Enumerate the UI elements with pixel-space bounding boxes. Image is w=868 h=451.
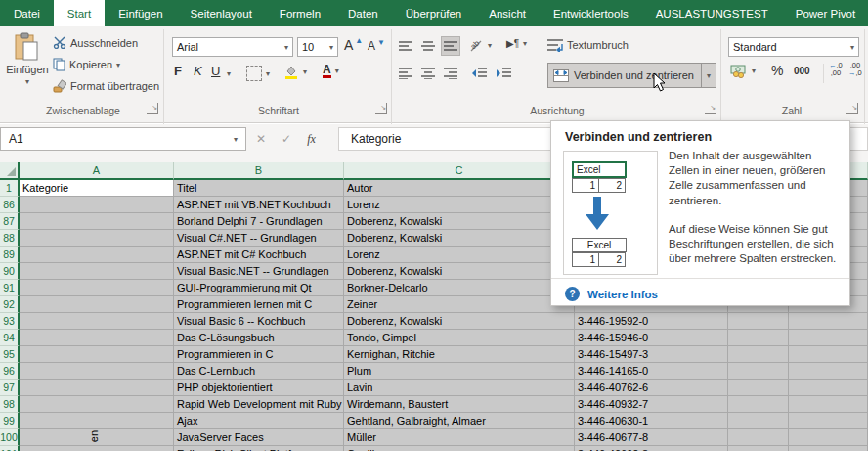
row-header[interactable]: 100 [0, 429, 20, 446]
font-size-select[interactable]: 10 ▾ [297, 37, 338, 57]
cell-C98[interactable]: Wirdemann, Baustert [344, 396, 575, 413]
more-info-link[interactable]: Weitere Infos [587, 289, 658, 300]
row-header[interactable]: 98 [0, 396, 20, 413]
cell-C97[interactable]: Lavin [344, 380, 575, 396]
cell-F97[interactable] [789, 380, 868, 396]
row-header[interactable]: 89 [0, 247, 20, 263]
column-header-A[interactable]: A [20, 162, 174, 180]
cell-D98[interactable]: 3-446-40932-7 [575, 396, 728, 413]
cell-F98[interactable] [789, 396, 868, 413]
align-bottom-button[interactable] [441, 36, 460, 56]
merge-center-button[interactable]: Verbinden und zentrieren [547, 63, 702, 88]
column-header-B[interactable]: B [174, 162, 344, 180]
currency-format-button[interactable]: ▾ [730, 64, 756, 78]
cell-C86[interactable]: Lorenz [344, 197, 575, 213]
row-header[interactable]: 91 [0, 280, 20, 296]
cell-D96[interactable]: 3-446-14165-0 [575, 363, 728, 380]
tab-ansicht[interactable]: Ansicht [475, 0, 540, 26]
cell-A97[interactable] [20, 380, 174, 396]
row-header[interactable]: 92 [0, 296, 20, 313]
increase-indent-button[interactable] [494, 64, 513, 83]
cell-F100[interactable] [789, 429, 868, 446]
row-header[interactable]: 97 [0, 380, 20, 396]
underline-button[interactable]: U [211, 64, 220, 78]
cell-B91[interactable]: GUI-Programmierung mit Qt [174, 280, 344, 296]
row-header[interactable]: 1 [0, 180, 20, 197]
cell-C93[interactable]: Doberenz, Kowalski [344, 313, 575, 330]
cell-E95[interactable] [728, 346, 789, 363]
tab-seitenlayout[interactable]: Seitenlayout [177, 0, 266, 26]
paste-button[interactable]: Einfügen ▾ [6, 32, 49, 86]
cell-B90[interactable]: Visual Basic.NET -- Grundlagen [174, 263, 344, 280]
select-all-corner[interactable] [0, 162, 20, 180]
insert-function-button[interactable]: fx [307, 132, 316, 147]
percent-style-button[interactable]: % [771, 63, 783, 78]
row-header[interactable]: 101 [0, 446, 20, 451]
cell-D93[interactable]: 3-446-19592-0 [575, 313, 728, 330]
font-name-select[interactable]: Arial ▾ [172, 37, 293, 57]
cell-E101[interactable] [728, 446, 789, 451]
cell-B97[interactable]: PHP objektorientiert [174, 380, 344, 396]
cell-E97[interactable] [728, 380, 789, 396]
name-box[interactable]: A1 ▾ [0, 127, 246, 151]
merge-center-dropdown[interactable]: ▾ [701, 63, 716, 88]
column-header-C[interactable]: C [344, 162, 575, 180]
align-right-button[interactable] [441, 64, 460, 83]
cell-D99[interactable]: 3-446-40630-1 [575, 413, 728, 429]
row-header[interactable]: 94 [0, 330, 20, 346]
cell-A96[interactable] [20, 363, 174, 380]
fill-color-button[interactable]: ▾ [283, 64, 307, 79]
cell-B87[interactable]: Borland Delphi 7 - Grundlagen [174, 213, 344, 230]
cell-A95[interactable] [20, 346, 174, 363]
cell-C88[interactable]: Doberenz, Kowalski [344, 230, 575, 247]
cell-C89[interactable]: Lorenz [344, 247, 575, 263]
cell-E99[interactable] [728, 413, 789, 429]
underline-dropdown[interactable]: ▾ [227, 69, 231, 78]
cell-C99[interactable]: Gehtland, Galbraight, Almaer [344, 413, 575, 429]
cell-E94[interactable] [728, 330, 789, 346]
tab-einfügen[interactable]: Einfügen [105, 0, 176, 26]
cell-B101[interactable]: Eclipse Rich Client Platform [174, 446, 344, 451]
cell-C96[interactable]: Plum [344, 363, 575, 380]
borders-button[interactable]: ▾ [246, 66, 270, 81]
align-left-button[interactable] [396, 64, 415, 83]
cell-E100[interactable] [728, 429, 789, 446]
tab-datei[interactable]: Datei [0, 0, 54, 26]
cell-A91[interactable] [20, 280, 174, 296]
cell-B93[interactable]: Visual Basic 6 -- Kochbuch [174, 313, 344, 330]
decrease-indent-button[interactable] [469, 64, 489, 83]
cancel-button[interactable]: ✕ [256, 132, 266, 146]
shrink-font-button[interactable]: A▼ [368, 39, 385, 53]
number-dialog-launcher[interactable]: ↘ [846, 103, 858, 114]
cell-D101[interactable]: 3-446-40692-8 [575, 446, 728, 451]
wrap-text-button[interactable]: Textumbruch [547, 38, 629, 52]
cell-C1[interactable]: Autor [344, 180, 575, 197]
cell-A86[interactable] [20, 197, 174, 213]
cell-B88[interactable]: Visual C#.NET -- Grundlagen [174, 230, 344, 247]
cell-E93[interactable] [728, 313, 789, 330]
cell-A98[interactable] [20, 396, 174, 413]
cell-C91[interactable]: Borkner-Delcarlo [344, 280, 575, 296]
italic-button[interactable]: K [194, 64, 202, 78]
cell-A89[interactable] [20, 247, 174, 263]
cell-B89[interactable]: ASP.NET mit C# Kochbuch [174, 247, 344, 263]
cell-B92[interactable]: Programmieren lernen mit C [174, 296, 344, 313]
cell-C92[interactable]: Zeiner [344, 296, 575, 313]
increase-decimal-button[interactable]: ←,0,00 [829, 62, 843, 77]
row-header[interactable]: 95 [0, 346, 20, 363]
row-header[interactable]: 88 [0, 230, 20, 247]
row-header[interactable]: 93 [0, 313, 20, 330]
cell-A92[interactable] [20, 296, 174, 313]
align-middle-button[interactable] [418, 36, 438, 56]
row-header[interactable]: 87 [0, 213, 20, 230]
align-top-button[interactable] [396, 36, 415, 56]
cut-button[interactable]: Ausschneiden [53, 36, 138, 49]
grow-font-button[interactable]: A▲ [344, 37, 363, 53]
cell-C95[interactable]: Kernighan, Ritchie [344, 346, 575, 363]
align-center-button[interactable] [418, 64, 438, 83]
cell-D100[interactable]: 3-446-40677-8 [575, 429, 728, 446]
row-header[interactable]: 96 [0, 363, 20, 380]
number-format-select[interactable]: Standard ▾ [728, 37, 859, 57]
cell-A90[interactable] [20, 263, 174, 280]
cell-F96[interactable] [789, 363, 868, 380]
